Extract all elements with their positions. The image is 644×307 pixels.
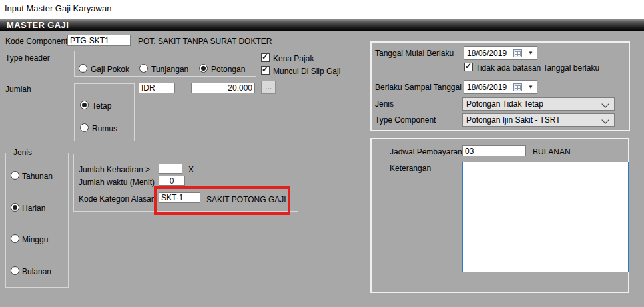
kode-kategori-description: SAKIT POTONG GAJI (206, 195, 286, 204)
chevron-down-icon (601, 100, 609, 107)
radio-rumus[interactable] (80, 123, 89, 132)
kode-kategori-label: Kode Kategori Alasan (79, 194, 155, 204)
radio-tahunan-label[interactable]: Tahunan (22, 172, 53, 181)
keterangan-textarea[interactable] (462, 162, 629, 272)
calendar-icon[interactable] (513, 83, 522, 91)
type-header-label: Type header (5, 53, 50, 63)
jumlah-kehadiran-input[interactable] (159, 164, 182, 174)
radio-gaji-pokok[interactable] (79, 64, 87, 73)
checkbox-kena-pajak[interactable]: ✓ (261, 53, 270, 62)
radio-tetap[interactable] (80, 101, 89, 109)
radio-minggu-label[interactable]: Minggu (22, 235, 48, 244)
jumlah-waktu-label: Jumlah waktu (Menit) (79, 178, 155, 187)
checkbox-kena-pajak-label[interactable]: Kena Pajak (273, 54, 314, 63)
jadwal-input[interactable] (462, 145, 526, 156)
radio-gaji-pokok-label[interactable]: Gaji Pokok (91, 65, 129, 74)
jadwal-label: Jadwal Pembayaran (390, 147, 462, 156)
kode-component-input[interactable] (67, 35, 131, 46)
radio-bulanan[interactable] (11, 266, 19, 275)
window-title: Input Master Gaji Karyawan (5, 3, 111, 13)
radio-tetap-label[interactable]: Tetap (92, 101, 111, 111)
berlaku-sampai-value: 18/06/2019 (467, 83, 507, 92)
kode-component-description: POT. SAKIT TANPA SURAT DOKTER (138, 37, 272, 46)
dropdown-arrow-icon[interactable]: ▼ (528, 84, 533, 90)
jumlah-waktu-input[interactable] (159, 176, 185, 186)
jumlah-kehadiran-suffix: X (188, 165, 194, 174)
browse-button[interactable]: ... (261, 81, 276, 94)
kode-kategori-input[interactable] (159, 192, 200, 203)
checkbox-no-limit-label[interactable]: Tidak ada batasan Tanggal berlaku (476, 63, 599, 73)
radio-harian[interactable] (11, 203, 19, 212)
jadwal-suffix: BULANAN (533, 147, 571, 156)
radio-bulanan-label[interactable]: Bulanan (22, 267, 51, 276)
type-component-label: Type Component (375, 115, 436, 125)
berlaku-sampai-label: Berlaku Sampai Tanggal (375, 83, 462, 92)
jenis-dropdown-value: Potongan Tidak Tetap (466, 99, 543, 109)
form-body: Kode Component POT. SAKIT TANPA SURAT DO… (0, 31, 644, 307)
radio-potongan-label[interactable]: Potongan (211, 65, 245, 74)
amount-input[interactable] (191, 83, 255, 93)
type-component-dropdown[interactable]: Potongan Ijin Sakit - TSRT (462, 113, 615, 127)
checkbox-muncul-slip[interactable]: ✓ (261, 66, 270, 75)
section-header: MASTER GAJI (0, 19, 644, 31)
tanggal-mulai-datepicker[interactable]: 18/06/2019 ▼ (464, 46, 537, 60)
checkbox-muncul-slip-label[interactable]: Muncul Di Slip Gaji (273, 67, 340, 76)
calendar-icon[interactable] (513, 49, 522, 57)
jenis-dropdown[interactable]: Potongan Tidak Tetap (462, 97, 615, 111)
jenis-groupbox-title: Jenis (11, 148, 34, 157)
radio-tunjangan-label[interactable]: Tunjangan (151, 65, 188, 74)
chevron-down-icon (601, 116, 609, 123)
radio-harian-label[interactable]: Harian (22, 204, 45, 213)
tanggal-mulai-value: 18/06/2019 (467, 49, 507, 58)
jenis-right-label: Jenis (375, 99, 394, 109)
currency-input[interactable] (139, 83, 175, 93)
type-component-dropdown-value: Potongan Ijin Sakit - TSRT (466, 115, 561, 125)
jumlah-label: Jumlah (5, 85, 31, 94)
kode-component-label: Kode Component (5, 37, 67, 46)
radio-rumus-label[interactable]: Rumus (92, 124, 117, 133)
radio-minggu[interactable] (11, 234, 19, 243)
dropdown-arrow-icon[interactable]: ▼ (528, 50, 533, 56)
radio-tunjangan[interactable] (139, 64, 148, 73)
jumlah-kehadiran-label: Jumlah Kehadiran > (79, 165, 150, 174)
check-icon: ✓ (262, 52, 268, 61)
tanggal-mulai-label: Tanggal Mulai Berlaku (375, 49, 454, 58)
check-icon: ✓ (262, 65, 268, 74)
keterangan-label: Keterangan (390, 164, 431, 173)
app-window: Input Master Gaji Karyawan MASTER GAJI K… (0, 0, 644, 307)
section-header-title: MASTER GAJI (7, 20, 69, 30)
berlaku-sampai-datepicker[interactable]: 18/06/2019 ▼ (464, 80, 537, 94)
checkbox-no-limit[interactable]: ✓ (464, 63, 473, 71)
radio-potongan[interactable] (199, 64, 208, 73)
check-icon: ✓ (465, 61, 472, 71)
radio-tahunan[interactable] (11, 171, 19, 180)
